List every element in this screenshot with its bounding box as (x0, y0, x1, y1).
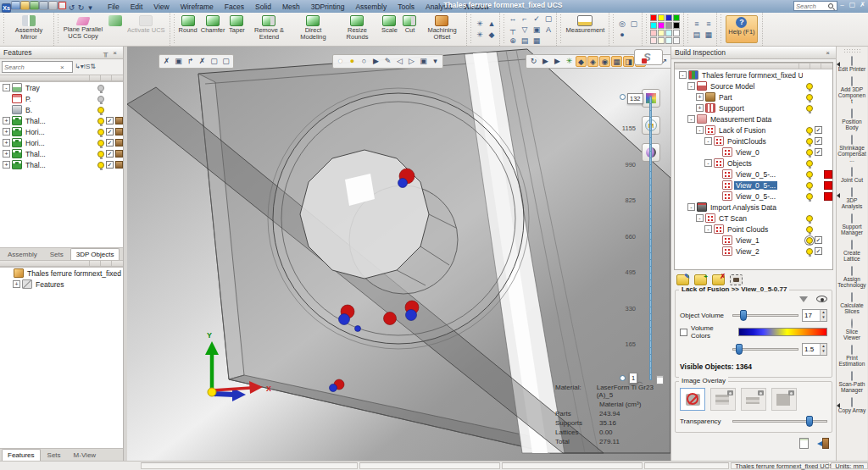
check-icon[interactable] (106, 150, 114, 158)
expander[interactable]: + (696, 104, 704, 112)
object-box-icon[interactable] (115, 161, 123, 169)
color-swatch[interactable] (650, 30, 657, 36)
menu-item[interactable]: Solid (255, 3, 271, 11)
shade-icon[interactable]: ◆ (486, 30, 497, 40)
filter-loop-icon[interactable]: ◉ (599, 56, 610, 67)
filter-body-icon[interactable]: ▦ (611, 56, 622, 67)
expander[interactable]: - (704, 225, 712, 233)
save-icon[interactable] (11, 1, 20, 10)
menu-item[interactable]: Edit (131, 3, 143, 11)
overlay-image-button[interactable] (771, 388, 797, 411)
volume-colors-checkbox[interactable] (680, 329, 687, 336)
tree-row[interactable]: B. (0, 104, 123, 115)
restore-button[interactable]: ▢ (849, 1, 856, 8)
features-search-input[interactable] (4, 64, 60, 71)
close-button[interactable]: ✗ (859, 1, 866, 8)
filter-face-icon[interactable]: ◆ (576, 56, 587, 67)
visibility-bulb-icon[interactable] (806, 182, 813, 189)
ucs-hide-icon[interactable]: ✗ (197, 56, 208, 67)
exit-icon[interactable] (817, 438, 829, 449)
pick-move-icon[interactable]: ▶ (552, 56, 563, 67)
visibility-bulb-icon[interactable] (806, 215, 813, 222)
customize-icon[interactable]: ▾ (86, 3, 95, 13)
expander[interactable]: + (696, 93, 704, 101)
window-icon[interactable] (48, 1, 58, 10)
plane-parallel-button[interactable]: Plane Parallel UCS Copy (61, 14, 105, 45)
check-icon[interactable] (106, 139, 114, 147)
layer-view-icon[interactable]: ▣ (418, 56, 429, 67)
filter-funnel-icon[interactable] (799, 296, 808, 302)
section-view-icon[interactable]: ▲ (486, 19, 497, 29)
expander[interactable]: + (3, 161, 10, 169)
clear-search-icon[interactable]: × (60, 64, 64, 71)
explode-icon[interactable]: ✳ (474, 19, 485, 29)
help-button[interactable]: ? Help (F1) (726, 15, 757, 43)
check-icon[interactable] (815, 247, 822, 255)
sidebar-command[interactable]: Print Estimation (837, 344, 867, 370)
taper-button[interactable]: Taper (226, 14, 247, 45)
close-icon[interactable]: × (823, 49, 832, 57)
color-swatch[interactable] (824, 181, 832, 190)
slider-thumb[interactable] (806, 416, 813, 427)
add-object-icon[interactable]: + (694, 274, 707, 285)
delete-object-icon[interactable]: ✗ (712, 274, 725, 285)
select-box-icon[interactable]: ▢ (209, 56, 220, 67)
color-swatch[interactable] (673, 37, 680, 44)
expander[interactable]: + (3, 117, 10, 124)
zoom-to-object-icon[interactable] (730, 274, 743, 285)
bulb-on-icon[interactable]: ● (335, 56, 346, 67)
spin-down-icon[interactable]: ▼ (821, 349, 826, 355)
cut-button[interactable]: Cut (399, 14, 420, 45)
check-icon[interactable] (815, 236, 822, 244)
tree-row[interactable]: + Support (675, 102, 832, 113)
check-icon[interactable] (815, 137, 822, 145)
paste-icon[interactable] (58, 1, 67, 10)
color-swatch[interactable] (665, 37, 672, 44)
overlay-layers-button[interactable] (741, 388, 766, 411)
menu-item[interactable]: Mesh (282, 3, 300, 11)
color-swatch[interactable] (673, 30, 680, 36)
visibility-bulb-icon[interactable] (97, 162, 104, 169)
visibility-bulb-icon[interactable] (97, 85, 104, 91)
tree-row[interactable]: - PointClouds (675, 135, 832, 147)
tree-row[interactable]: + Thal... (0, 148, 123, 159)
panel-tab[interactable]: Sets (44, 248, 70, 260)
panel-tab[interactable]: Features (2, 449, 41, 461)
scale-button[interactable]: Scale (379, 14, 399, 45)
close-icon[interactable]: × (110, 49, 120, 57)
objects-size-slider[interactable] (732, 348, 798, 351)
paint-visibility-icon[interactable]: ✎ (382, 56, 393, 67)
overlay-slices-button[interactable] (710, 388, 736, 411)
tree-row[interactable]: View_0_5-... (675, 191, 832, 202)
tree-row[interactable]: View_0_5-... (675, 169, 832, 180)
visibility-bulb-icon[interactable] (806, 193, 813, 200)
sidebar-command[interactable]: Calculate Slices (837, 291, 867, 318)
color-swatch[interactable] (658, 30, 665, 36)
check-icon[interactable] (815, 126, 822, 134)
panel-tab[interactable]: Assembly (2, 248, 43, 260)
visibility-bulb-icon[interactable] (806, 94, 813, 101)
menu-item[interactable]: Assembly (355, 3, 387, 11)
zoom-selected-icon[interactable]: ● (616, 30, 627, 40)
visibility-bulb-icon[interactable] (806, 226, 813, 233)
color-swatch[interactable] (665, 14, 672, 21)
tree-row[interactable]: View_0 (675, 147, 832, 158)
slider-bottom-handle[interactable] (620, 375, 626, 381)
menu-item[interactable]: Tools (398, 3, 415, 11)
select-region-icon[interactable]: ▢ (220, 56, 231, 67)
layer-view-menu-icon[interactable]: ▾ (430, 56, 441, 67)
expander[interactable]: - (687, 203, 695, 211)
report-icon[interactable] (799, 438, 809, 449)
visibility-bulb-icon[interactable] (806, 83, 813, 90)
tree-row[interactable]: - Lack of Fusion (675, 124, 832, 135)
render-style-icon[interactable]: ▦ (703, 30, 714, 40)
line-width-icon[interactable]: ≡ (691, 19, 702, 29)
visibility-bulb-icon[interactable] (806, 138, 813, 145)
titlebar-search[interactable] (793, 1, 837, 11)
panel-tab[interactable]: 3DP Objects (70, 248, 120, 260)
expander[interactable]: - (696, 214, 704, 222)
open-icon[interactable] (20, 1, 30, 10)
tree-row[interactable]: - CT Scan (675, 213, 832, 224)
dim-text-icon[interactable]: A (542, 25, 554, 35)
measurement-button[interactable]: Measurement (564, 14, 606, 45)
